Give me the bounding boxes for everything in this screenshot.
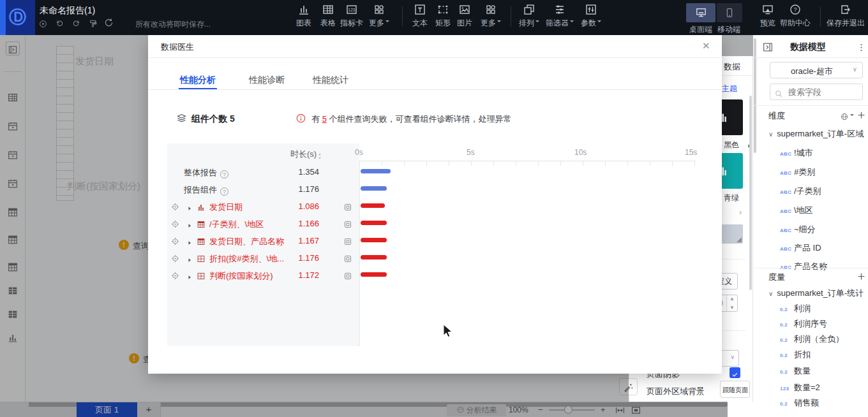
page-shadow-checkbox[interactable]: [730, 367, 740, 378]
stepper-down-icon[interactable]: ▼: [730, 305, 735, 311]
app-logo[interactable]: Ⓓ: [0, 0, 35, 35]
duration-bar-failed: [361, 221, 387, 225]
view-detail-icon[interactable]: [343, 218, 352, 230]
dimension-group[interactable]: ∨supermarket_订单-区域: [768, 128, 864, 140]
chevron-right-icon[interactable]: ›: [739, 208, 742, 217]
tool-more-objects[interactable]: 更多: [476, 3, 505, 29]
divider: [820, 6, 821, 27]
timeline-ticks: [359, 161, 696, 166]
tool-label: 更多: [369, 18, 384, 27]
sidebar-scrollbar[interactable]: [754, 38, 756, 153]
globe-icon[interactable]: [840, 110, 854, 122]
measure-field-profit[interactable]: 0.2利润: [780, 303, 811, 314]
duration-bar-failed: [361, 238, 387, 242]
view-detail-icon[interactable]: [343, 201, 352, 212]
view-detail-icon[interactable]: [343, 270, 352, 281]
axis-tick-0s: 0s: [355, 148, 363, 157]
outer-bg-dropdown[interactable]: 跟随页面 ∨: [720, 381, 750, 398]
locate-component-icon[interactable]: [170, 235, 180, 247]
perf-row-subcat-region[interactable]: /子类别、\地区: [209, 219, 264, 230]
field-type-icon: ABC: [780, 189, 794, 195]
field-type-icon: 0.2: [780, 307, 794, 312]
duration-column-header[interactable]: 时长(s): [290, 149, 317, 160]
kebab-menu-icon[interactable]: [857, 41, 866, 53]
failed-count-link[interactable]: 5: [322, 114, 327, 124]
close-icon[interactable]: ✕: [702, 40, 710, 52]
expand-caret-icon[interactable]: [186, 254, 193, 265]
error-info-icon: [296, 112, 306, 124]
locate-component-icon[interactable]: [170, 270, 180, 281]
run-icon[interactable]: [38, 18, 48, 29]
tool-image[interactable]: 图片: [450, 3, 479, 29]
refresh-icon[interactable]: [103, 17, 114, 28]
chevron-down-icon: [535, 20, 539, 24]
expand-caret-icon[interactable]: [186, 202, 193, 214]
expand-caret-icon[interactable]: [186, 219, 193, 231]
add-dimension-icon[interactable]: [857, 109, 866, 121]
axis-tick-5s: 5s: [467, 148, 475, 157]
question-icon[interactable]: ?: [220, 187, 228, 196]
tool-filter[interactable]: 筛选器: [542, 3, 577, 29]
tab-performance-analysis[interactable]: 性能分析: [180, 75, 216, 86]
expand-caret-icon[interactable]: [186, 237, 193, 248]
modal-title: 数据医生: [161, 41, 194, 53]
resize-corner-icon: [737, 237, 742, 242]
stepper-up-icon[interactable]: ▲: [730, 296, 735, 302]
view-detail-icon[interactable]: [343, 235, 352, 247]
perf-row-ship-date[interactable]: 发货日期: [209, 201, 243, 213]
bottom-right-white: [728, 402, 753, 417]
device-desktop-button[interactable]: [686, 3, 715, 22]
locate-component-icon[interactable]: [170, 252, 180, 264]
add-measure-icon[interactable]: [857, 270, 866, 282]
format-painter-icon[interactable]: [88, 18, 98, 29]
perf-row-judge-country[interactable]: 判断(按国家划分): [209, 270, 273, 282]
dim-field-region[interactable]: ABC\地区: [780, 205, 813, 216]
device-mobile-button[interactable]: [717, 3, 742, 22]
locate-component-icon[interactable]: [170, 218, 180, 230]
perf-row-date-product[interactable]: 发货日期、产品名称: [209, 236, 284, 247]
tab-data[interactable]: 数据: [724, 61, 740, 73]
redo-icon[interactable]: [71, 18, 81, 29]
tool-arrange[interactable]: 排列: [514, 3, 544, 29]
dim-field-category[interactable]: ABC#类别: [780, 166, 815, 178]
measure-group[interactable]: ∨supermarket_订单-统计: [768, 288, 864, 299]
row-duration: 1.167: [294, 236, 319, 245]
tab-performance-diagnosis[interactable]: 性能诊断: [249, 75, 285, 86]
model-select[interactable]: oracle-超市 ∨: [770, 62, 863, 78]
measure-field-sales[interactable]: 0.2销售额: [780, 397, 819, 409]
tool-label: 更多: [481, 18, 496, 27]
measure-field-discount[interactable]: 0.2折扣: [780, 349, 811, 360]
tab-performance-stats[interactable]: 性能统计: [313, 75, 348, 86]
failure-warning-text: 有 5 个组件查询失败，可查看组件诊断详情，处理异常: [311, 113, 511, 125]
help-center-button[interactable]: 帮助中心: [777, 3, 813, 29]
divider: [726, 295, 727, 311]
measure-field-quantity2[interactable]: 123数量=2: [780, 382, 820, 393]
tool-more-charts[interactable]: 更多: [364, 3, 394, 29]
measure-field-profit-index[interactable]: 0.2利润序号: [780, 318, 827, 330]
undo-icon[interactable]: [55, 18, 64, 29]
save-exit-button[interactable]: 保存并退出: [825, 3, 867, 29]
view-detail-icon[interactable]: [343, 252, 352, 264]
field-type-icon: 123: [780, 386, 794, 391]
perf-row-discount[interactable]: 折扣(按#类别、\地...: [209, 253, 284, 265]
dim-field-segment[interactable]: ABC~细分: [780, 224, 816, 235]
question-icon[interactable]: ?: [220, 170, 228, 179]
dim-field-product-id[interactable]: ABC产品 ID: [780, 242, 821, 254]
field-type-icon: ABC: [780, 246, 794, 252]
measure-field-quantity[interactable]: 0.2数量: [780, 365, 811, 377]
tool-kpi-card[interactable]: 指标卡: [337, 3, 366, 29]
sort-icon[interactable]: [316, 150, 324, 161]
report-title[interactable]: 未命名报告(1): [40, 5, 95, 17]
measure-field-profit-negative[interactable]: 0.2利润（全负）: [780, 333, 844, 345]
locate-component-icon[interactable]: [170, 201, 180, 212]
expand-caret-icon[interactable]: [186, 271, 193, 282]
component-count: 组件个数 5: [191, 113, 235, 125]
search-field-box[interactable]: [770, 84, 863, 100]
dim-field-subcategory[interactable]: ABC/子类别: [780, 186, 821, 197]
panel-scrollbar[interactable]: [749, 96, 752, 290]
dim-field-product-name[interactable]: ABC产品名称: [780, 261, 827, 272]
dim-field-city[interactable]: ABC!城市: [780, 147, 813, 159]
tool-parameter[interactable]: 参数: [576, 3, 606, 29]
search-input[interactable]: [787, 85, 857, 98]
collapse-panel-icon[interactable]: [762, 41, 774, 53]
